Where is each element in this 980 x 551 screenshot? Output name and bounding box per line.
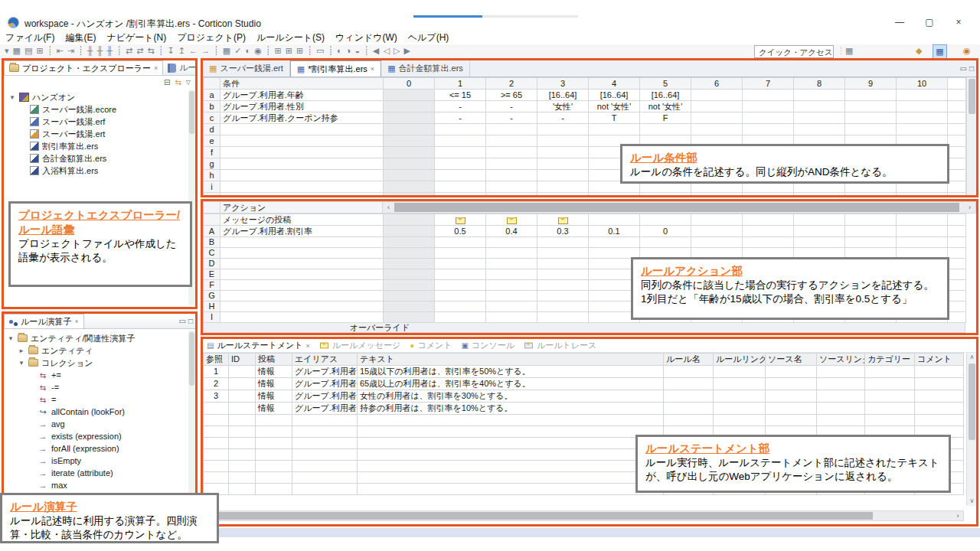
action-expression[interactable] bbox=[220, 291, 384, 302]
operator-item[interactable]: →avg bbox=[4, 418, 195, 430]
empty-cell[interactable] bbox=[948, 124, 966, 135]
editor-tab-discount-ers[interactable]: ▦*割引率算出.ers× bbox=[290, 60, 381, 77]
empty-cell[interactable] bbox=[817, 366, 865, 378]
empty-cell[interactable] bbox=[435, 193, 486, 196]
col0-cell[interactable] bbox=[384, 181, 435, 193]
menu-rulesheet[interactable]: ルールシート(S) bbox=[251, 31, 330, 45]
alias-cell[interactable]: グループ.利用者 bbox=[292, 390, 358, 403]
col0-cell[interactable] bbox=[384, 135, 435, 147]
empty-cell[interactable] bbox=[537, 147, 589, 158]
post-cell[interactable]: 情報 bbox=[256, 366, 292, 378]
gold-perspective-icon[interactable]: ◆ bbox=[916, 46, 922, 56]
close-icon[interactable]: × bbox=[154, 64, 158, 72]
row-key[interactable]: a bbox=[204, 90, 220, 101]
column-header[interactable]: ID bbox=[229, 354, 256, 366]
operator-item[interactable]: ⇆+= bbox=[4, 369, 195, 381]
user-icon[interactable]: ◉ bbox=[963, 46, 971, 56]
empty-cell[interactable] bbox=[766, 366, 817, 378]
empty-cell[interactable] bbox=[229, 472, 256, 484]
column-header[interactable]: 6 bbox=[691, 78, 743, 90]
text-cell[interactable]: 65歳以上の利用者は、割引率を40%とする。 bbox=[358, 378, 664, 390]
empty-cell[interactable] bbox=[714, 403, 766, 415]
empty-cell[interactable] bbox=[435, 302, 486, 312]
ref-cell[interactable]: 1 bbox=[204, 366, 229, 378]
empty-cell[interactable] bbox=[915, 415, 964, 426]
tab-rule-statements[interactable]: ▤ルールステートメント× bbox=[207, 340, 310, 351]
column-header[interactable]: 3 bbox=[537, 78, 589, 90]
condition-value[interactable]: - bbox=[486, 112, 537, 124]
row-key[interactable]: C bbox=[204, 248, 220, 259]
empty-cell[interactable] bbox=[897, 124, 948, 135]
scrollbar-thumb[interactable] bbox=[394, 203, 959, 212]
empty-cell[interactable] bbox=[640, 193, 691, 196]
action-expression[interactable]: グループ.利用者.割引率 bbox=[220, 226, 384, 237]
message-cell[interactable] bbox=[537, 214, 589, 226]
empty-cell[interactable] bbox=[486, 158, 537, 170]
column-header[interactable]: 投稿 bbox=[256, 354, 292, 366]
empty-cell[interactable] bbox=[948, 90, 966, 101]
empty-cell[interactable] bbox=[664, 366, 714, 378]
operators-scrollbar[interactable] bbox=[188, 331, 195, 502]
tree-item-file[interactable]: スーパー銭湯.ert bbox=[4, 128, 195, 140]
action-expression[interactable] bbox=[220, 248, 384, 259]
link-with-editor-icon[interactable]: ⇆ bbox=[175, 78, 181, 86]
empty-cell[interactable] bbox=[865, 390, 915, 403]
tree-group[interactable]: ▾エンティティ/関連性演算子 bbox=[4, 332, 195, 344]
empty-cell[interactable] bbox=[358, 484, 664, 495]
col0-cell[interactable] bbox=[384, 226, 435, 237]
empty-cell[interactable] bbox=[640, 237, 691, 248]
empty-cell[interactable] bbox=[589, 193, 640, 196]
empty-cell[interactable] bbox=[256, 438, 292, 449]
view-menu-icon[interactable]: ▽ bbox=[186, 79, 191, 86]
empty-cell[interactable] bbox=[486, 312, 537, 323]
empty-cell[interactable] bbox=[537, 158, 589, 170]
col0-cell[interactable] bbox=[384, 124, 435, 135]
empty-cell[interactable] bbox=[640, 124, 691, 135]
empty-cell[interactable] bbox=[766, 403, 817, 415]
empty-cell[interactable] bbox=[794, 226, 845, 237]
post-cell[interactable]: 情報 bbox=[256, 390, 292, 403]
tree-item-file[interactable]: 合計金額算出.ers bbox=[4, 152, 195, 165]
col0-cell[interactable] bbox=[384, 280, 435, 291]
empty-cell[interactable] bbox=[589, 124, 640, 135]
empty-cell[interactable] bbox=[256, 426, 292, 438]
action-expression[interactable] bbox=[220, 269, 384, 280]
quick-access-box[interactable]: クイック・アクセス bbox=[754, 45, 834, 58]
col0-cell[interactable] bbox=[384, 291, 435, 302]
empty-cell[interactable] bbox=[743, 237, 794, 248]
empty-cell[interactable] bbox=[664, 378, 714, 390]
empty-cell[interactable] bbox=[204, 461, 229, 472]
empty-cell[interactable] bbox=[537, 237, 589, 248]
empty-cell[interactable] bbox=[865, 366, 915, 378]
condition-value[interactable]: '女性' bbox=[537, 101, 589, 112]
empty-cell[interactable] bbox=[743, 101, 794, 112]
empty-cell[interactable] bbox=[865, 403, 915, 415]
action-expression[interactable] bbox=[220, 312, 384, 323]
empty-cell[interactable] bbox=[435, 259, 486, 269]
row-key[interactable]: G bbox=[204, 291, 220, 302]
empty-cell[interactable] bbox=[845, 237, 897, 248]
operator-item[interactable]: →max bbox=[4, 479, 195, 491]
empty-cell[interactable] bbox=[664, 390, 714, 403]
action-expression[interactable] bbox=[220, 280, 384, 291]
condition-expression[interactable] bbox=[220, 170, 384, 181]
empty-cell[interactable] bbox=[358, 415, 664, 426]
empty-cell[interactable] bbox=[537, 124, 589, 135]
empty-cell[interactable] bbox=[897, 226, 948, 237]
empty-cell[interactable] bbox=[897, 90, 948, 101]
ref-cell[interactable]: 3 bbox=[204, 390, 229, 403]
empty-cell[interactable] bbox=[537, 181, 589, 193]
row-key[interactable]: j bbox=[204, 193, 220, 196]
empty-cell[interactable] bbox=[897, 112, 948, 124]
empty-cell[interactable] bbox=[915, 390, 964, 403]
condition-value[interactable]: [16..64] bbox=[640, 90, 691, 101]
scrollbar-thumb[interactable] bbox=[969, 364, 975, 440]
empty-cell[interactable] bbox=[714, 415, 766, 426]
empty-cell[interactable] bbox=[292, 449, 358, 461]
row-key[interactable]: e bbox=[204, 135, 220, 147]
empty-cell[interactable] bbox=[435, 237, 486, 248]
chevron-down-icon[interactable]: ▾ bbox=[8, 93, 16, 101]
empty-cell[interactable] bbox=[292, 484, 358, 495]
empty-cell[interactable] bbox=[589, 237, 640, 248]
empty-cell[interactable] bbox=[948, 101, 966, 112]
